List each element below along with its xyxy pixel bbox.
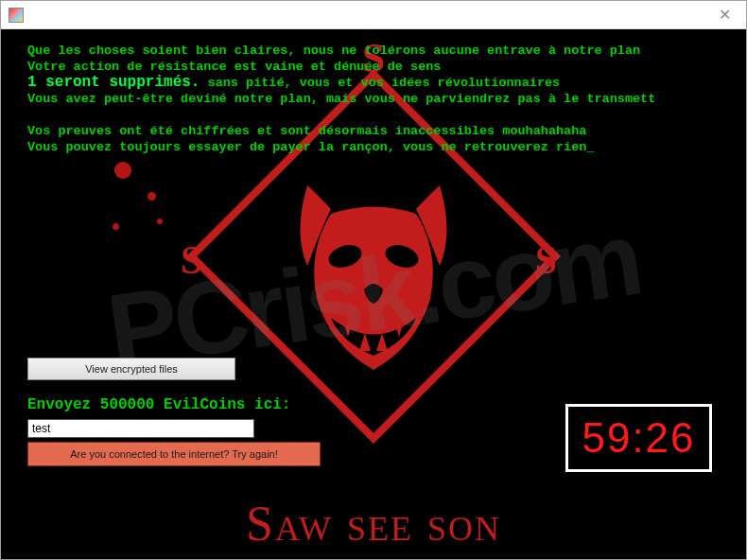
timer-value: 59:26 bbox=[582, 414, 695, 462]
blood-dot bbox=[148, 192, 156, 201]
svg-point-1 bbox=[382, 241, 421, 271]
svg-point-0 bbox=[325, 241, 364, 271]
blood-dot bbox=[114, 162, 131, 179]
view-encrypted-button[interactable]: View encrypted files bbox=[27, 358, 235, 380]
ransom-title: Saw see son bbox=[246, 496, 501, 551]
blood-dot bbox=[157, 219, 163, 224]
payment-label: Envoyez 500000 EvilCoins ici: bbox=[27, 396, 290, 413]
ransom-line: Votre action de résistance est vaine et … bbox=[27, 60, 441, 74]
ransom-line: Que les choses soient bien claires, nous… bbox=[27, 44, 640, 58]
ransom-line: Vos preuves ont été chiffrées et sont dé… bbox=[27, 124, 586, 138]
retry-button[interactable]: Are you connected to the internet? Try a… bbox=[27, 442, 321, 466]
app-icon bbox=[9, 8, 24, 23]
blood-dot bbox=[113, 223, 119, 230]
ransom-line: sans pitié, vous et vos idées révolution… bbox=[200, 76, 560, 90]
s-letter-right: S bbox=[535, 237, 557, 283]
s-letter-left: S bbox=[181, 237, 202, 283]
ransom-message: Que les choses soient bien claires, nous… bbox=[27, 43, 733, 155]
ransom-line: Vous avez peut-être deviné notre plan, m… bbox=[27, 92, 655, 106]
countdown-timer: 59:26 bbox=[565, 404, 712, 472]
close-button[interactable]: ✕ bbox=[704, 2, 746, 28]
ransom-line-bold: 1 seront supprimés. bbox=[27, 74, 200, 91]
titlebar: ✕ bbox=[1, 1, 746, 29]
demon-mask-icon bbox=[274, 176, 473, 398]
payment-input[interactable] bbox=[27, 419, 254, 438]
content-area: S S S PCrisk.com Saw see son Que les cho… bbox=[1, 29, 746, 559]
window-frame: ✕ bbox=[0, 0, 747, 560]
ransom-line: Vous pouvez toujours essayer de payer la… bbox=[27, 140, 595, 154]
